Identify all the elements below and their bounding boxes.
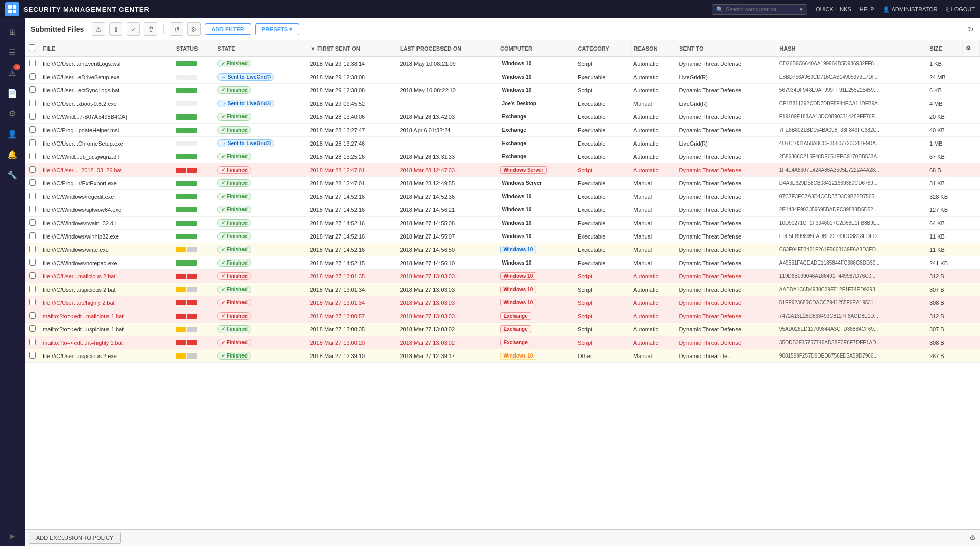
cell-status [173,110,214,124]
sidebar-item-threats[interactable]: ⚠ 3 [3,63,21,82]
col-checkbox[interactable] [24,40,40,57]
row-checkbox[interactable] [29,272,36,279]
col-size[interactable]: SIZE [926,40,963,57]
table-row[interactable]: file:///C/User...uspicious 2.exe✓ Finish… [24,349,980,363]
table-row[interactable]: mailto:?to=<edt...malicious 1.bat✓ Finis… [24,310,980,323]
table-row[interactable]: file:///C/Windows/splwow64.exe✓ Finished… [24,203,980,217]
col-file[interactable]: FILE [40,40,173,57]
table-row[interactable]: file:///C/Windows/notepad.exe✓ Finished2… [24,256,980,270]
row-checkbox[interactable] [29,352,36,359]
cell-computer: Exchange [497,124,575,137]
col-category[interactable]: CATEGORY [575,40,630,57]
admin-button[interactable]: 👤 ADMINISTRATOR [883,6,938,13]
row-checkbox[interactable] [29,166,36,173]
logout-button[interactable]: ⎗ LOGOUT [946,6,975,12]
table-row[interactable]: file:///C/User...op/highly 2.bat✓ Finish… [24,296,980,310]
table-row[interactable]: file:///C/User...ectSyncLogs.bat✓ Finish… [24,84,980,97]
row-checkbox[interactable] [29,100,36,106]
row-checkbox[interactable] [29,206,36,212]
col-settings[interactable]: ⚙ [963,40,980,57]
cell-hash: E9E5FB99895EADBE22739DC8818EDED... [776,230,926,243]
table-container[interactable]: FILE STATUS STATE ▼ FIRST SENT ON LAST P… [24,40,980,529]
filter-time-btn[interactable]: ⏱ [144,22,157,36]
col-hash[interactable]: HASH [776,40,926,57]
row-checkbox[interactable] [29,73,36,80]
sidebar-item-notifications[interactable]: 🔔 [3,145,21,163]
add-filter-button[interactable]: ADD FILTER [205,23,251,35]
col-computer[interactable]: COMPUTER [497,40,575,57]
search-box[interactable]: 🔍 ▾ [712,4,807,15]
refresh-button[interactable]: ↻ [968,25,974,33]
col-last-processed[interactable]: LAST PROCESSED ON [397,40,497,57]
table-row[interactable]: file:///C/Windows/winhlp32.exe✓ Finished… [24,230,980,243]
add-exclusion-button[interactable]: ADD EXCLUSION TO POLICY [29,532,121,544]
quick-links-button[interactable]: QUICK LINKS [816,6,851,12]
filter-settings-btn[interactable]: ⚙ [187,22,201,36]
cell-first-sent: 2018 Mar 27 13:00:57 [307,310,397,323]
table-row[interactable]: file:///C/Wind...7-B07A5498B4CA)✓ Finish… [24,110,980,124]
row-checkbox[interactable] [29,139,36,146]
row-checkbox[interactable] [29,60,36,66]
cell-state: ✓ Finished [214,243,307,256]
filter-reset-btn[interactable]: ↺ [170,22,183,36]
sidebar-item-reports[interactable]: 📄 [3,84,21,102]
sidebar-item-policies[interactable]: ☰ [3,43,21,61]
table-row[interactable]: file:///C/User...xboot-0.8.2.exe→ Sent t… [24,97,980,110]
table-row[interactable]: file:///C/Wind...eb_qcsjwqnz.dll✓ Finish… [24,150,980,163]
table-row[interactable]: file:///C/User...ChromeSetup.exe→ Sent t… [24,137,980,150]
row-checkbox[interactable] [29,286,36,292]
row-checkbox[interactable] [29,312,36,319]
search-dropdown-icon[interactable]: ▾ [800,6,803,13]
col-reason[interactable]: REASON [630,40,676,57]
table-row[interactable]: file:///C/User...onEventLogs.wsf✓ Finish… [24,57,980,70]
col-first-sent[interactable]: ▼ FIRST SENT ON [307,40,397,57]
cell-computer: Exchange [497,150,575,163]
table-row[interactable]: file:///C/User...eDriveSetup.exe→ Sent t… [24,70,980,84]
table-row[interactable]: file:///C/Prog...pdateHelper.msi✓ Finish… [24,124,980,137]
filter-check-btn[interactable]: ✓ [127,22,140,36]
sidebar-item-dashboard[interactable]: ⊞ [3,22,21,41]
filter-info-btn[interactable]: ℹ [109,22,122,36]
table-row[interactable]: file:///C/Windows/twain_32.dll✓ Finished… [24,217,980,230]
sidebar-item-users[interactable]: 👤 [3,125,21,143]
table-row[interactable]: file:///C/Windows/regedit.exe✓ Finished2… [24,190,980,203]
table-row[interactable]: mailto:?to=<edt...uspicious 1.bat✓ Finis… [24,323,980,336]
row-checkbox[interactable] [29,179,36,186]
cell-size: 312 B [926,270,963,283]
sidebar-item-tools[interactable]: 🔧 [3,165,21,184]
sidebar-expand-button[interactable]: ▶ [8,531,17,542]
table-settings-icon[interactable]: ⚙ [969,534,976,542]
col-sent-to[interactable]: SENT TO [676,40,776,57]
row-checkbox[interactable] [29,153,36,159]
row-checkbox[interactable] [29,259,36,266]
row-checkbox[interactable] [29,299,36,305]
table-row[interactable]: file:///C/User...uspicious 2.bat✓ Finish… [24,283,980,296]
table-row[interactable]: file:///C/Windows/write.exe✓ Finished201… [24,243,980,256]
cell-last-processed [397,70,497,84]
col-status[interactable]: STATUS [173,40,214,57]
filter-warning-btn[interactable]: ⚠ [92,22,105,36]
row-checkbox[interactable] [29,193,36,199]
row-checkbox[interactable] [29,246,36,252]
row-checkbox[interactable] [29,325,36,332]
col-state[interactable]: STATE [214,40,307,57]
row-checkbox[interactable] [29,86,36,93]
svg-rect-1 [13,5,16,9]
table-row[interactable]: file:///C/User...malicious 2.bat✓ Finish… [24,270,980,283]
select-all-checkbox[interactable] [29,44,35,51]
row-checkbox[interactable] [29,219,36,226]
cell-reason: Automatic [630,270,676,283]
sidebar-item-settings[interactable]: ⚙ [3,104,21,123]
cell-status [173,217,214,230]
row-checkbox[interactable] [29,339,36,345]
table-row[interactable]: file:///C/User..._2018_03_26.bat✓ Finish… [24,163,980,177]
row-checkbox[interactable] [29,126,36,133]
table-row[interactable]: file:///C/Prog...r/ExtExport.exe✓ Finish… [24,177,980,190]
row-checkbox[interactable] [29,232,36,239]
search-input[interactable] [726,6,797,12]
presets-button[interactable]: PRESETS ▾ [255,23,299,35]
row-checkbox[interactable] [29,113,36,120]
cell-last-processed: 2018 May 10 08:22:10 [397,84,497,97]
help-button[interactable]: HELP [860,6,874,12]
table-row[interactable]: mailto:?to=<edt...nt=highly 1.bat✓ Finis… [24,336,980,349]
